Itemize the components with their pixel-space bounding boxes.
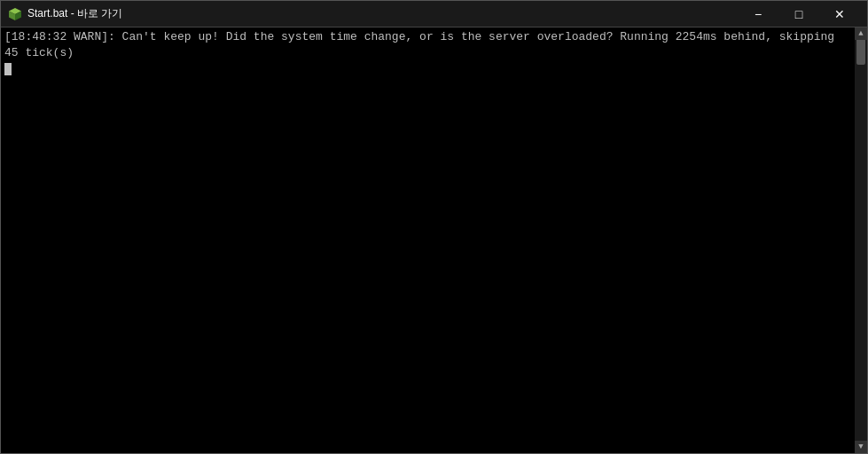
console-area: [18:48:32 WARN]: Can't keep up! Did the …	[1, 27, 867, 453]
scrollbar-down-arrow[interactable]: ▼	[855, 441, 867, 453]
title-bar-buttons: − □ ✕	[738, 1, 860, 27]
scrollbar-up-arrow[interactable]: ▲	[855, 27, 867, 40]
console-cursor-line	[4, 61, 864, 77]
cursor	[4, 63, 12, 75]
scrollbar[interactable]: ▲ ▼	[855, 27, 867, 453]
title-bar-left: Start.bat - 바로 가기	[8, 6, 122, 21]
maximize-button[interactable]: □	[778, 1, 819, 27]
window-title: Start.bat - 바로 가기	[27, 6, 122, 21]
close-button[interactable]: ✕	[819, 1, 860, 27]
title-bar: Start.bat - 바로 가기 − □ ✕	[1, 1, 867, 27]
console-line-2: 45 tick(s)	[4, 45, 864, 61]
app-icon	[8, 7, 22, 21]
window: Start.bat - 바로 가기 − □ ✕ [18:48:32 WARN]:…	[0, 0, 868, 454]
console-line-1: [18:48:32 WARN]: Can't keep up! Did the …	[4, 29, 864, 45]
minimize-button[interactable]: −	[738, 1, 778, 27]
